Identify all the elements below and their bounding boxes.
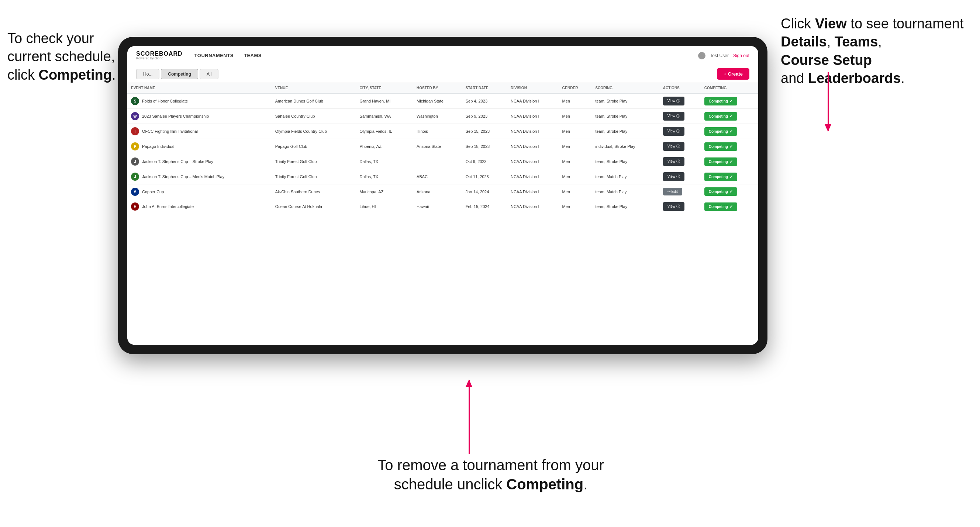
cell-actions: View ⓘ <box>659 139 701 154</box>
view-button[interactable]: View ⓘ <box>663 127 684 136</box>
cell-city-state: Dallas, TX <box>356 154 413 169</box>
tablet-screen: SCOREBOARD Powered by clippd TOURNAMENTS… <box>127 46 758 345</box>
team-logo: J <box>131 173 139 181</box>
cell-city-state: Dallas, TX <box>356 169 413 184</box>
cell-scoring: team, Stroke Play <box>592 93 659 109</box>
tab-home[interactable]: Ho... <box>136 69 159 79</box>
arrow-bottom-up <box>469 380 470 454</box>
create-button[interactable]: + Create <box>717 68 749 80</box>
annotation-bottom: To remove a tournament from your schedul… <box>350 456 631 494</box>
tab-competing[interactable]: Competing <box>161 69 198 79</box>
cell-hosted-by <box>413 154 462 169</box>
cell-event-name: H John A. Burns Intercollegiate <box>127 199 272 214</box>
view-button[interactable]: View ⓘ <box>663 172 684 181</box>
cell-hosted-by: Arizona <box>413 184 462 199</box>
view-button[interactable]: View ⓘ <box>663 97 684 105</box>
table-body: S Folds of Honor Collegiate American Dun… <box>127 93 758 214</box>
cell-gender: Men <box>558 169 592 184</box>
nav-right: Test User Sign out <box>698 52 749 59</box>
competing-button[interactable]: Competing <box>705 112 737 121</box>
view-button[interactable]: View ⓘ <box>663 202 684 211</box>
cell-gender: Men <box>558 109 592 124</box>
cell-start-date: Sep 4, 2023 <box>462 93 507 109</box>
cell-actions: View ⓘ <box>659 199 701 214</box>
event-name-text: John A. Burns Intercollegiate <box>142 204 194 209</box>
cell-division: NCAA Division I <box>507 154 558 169</box>
competing-button[interactable]: Competing <box>705 187 737 196</box>
annotation-line3: click <box>7 67 38 83</box>
cell-division: NCAA Division I <box>507 124 558 139</box>
logo-title: SCOREBOARD <box>136 51 183 57</box>
cell-venue: Papago Golf Club <box>272 139 356 154</box>
cell-hosted-by: Michigan State <box>413 93 462 109</box>
cell-gender: Men <box>558 199 592 214</box>
cell-scoring: team, Stroke Play <box>592 199 659 214</box>
team-logo: H <box>131 202 139 211</box>
nav-teams[interactable]: TEAMS <box>244 51 262 60</box>
cell-start-date: Jan 14, 2024 <box>462 184 507 199</box>
team-logo: S <box>131 97 139 105</box>
cell-division: NCAA Division I <box>507 139 558 154</box>
table-row: W 2023 Sahalee Players Championship Saha… <box>127 109 758 124</box>
sign-out-link[interactable]: Sign out <box>733 53 749 58</box>
cell-event-name: J Jackson T. Stephens Cup – Men's Match … <box>127 169 272 184</box>
tournaments-table: EVENT NAME VENUE CITY, STATE HOSTED BY S… <box>127 83 758 214</box>
cell-scoring: team, Match Play <box>592 184 659 199</box>
logo-sub: Powered by clippd <box>136 57 183 60</box>
cell-hosted-by: Washington <box>413 109 462 124</box>
event-name-text: Copper Cup <box>142 190 164 194</box>
competing-button[interactable]: Competing <box>705 202 737 211</box>
cell-venue: Ak-Chin Southern Dunes <box>272 184 356 199</box>
cell-start-date: Sep 18, 2023 <box>462 139 507 154</box>
competing-button[interactable]: Competing <box>705 157 737 166</box>
cell-gender: Men <box>558 93 592 109</box>
tab-all[interactable]: All <box>200 69 218 79</box>
cell-competing: Competing <box>701 124 758 139</box>
cell-city-state: Grand Haven, MI <box>356 93 413 109</box>
col-gender: GENDER <box>558 83 592 93</box>
col-start-date: START DATE <box>462 83 507 93</box>
col-competing: COMPETING <box>701 83 758 93</box>
cell-venue: Trinity Forest Golf Club <box>272 169 356 184</box>
nav-tournaments[interactable]: TOURNAMENTS <box>194 51 234 60</box>
team-logo: W <box>131 112 139 120</box>
cell-actions: View ⓘ <box>659 169 701 184</box>
cell-competing: Competing <box>701 169 758 184</box>
competing-button[interactable]: Competing <box>705 97 737 105</box>
view-button[interactable]: View ⓘ <box>663 157 684 166</box>
cell-hosted-by: Arizona State <box>413 139 462 154</box>
cell-event-name: W 2023 Sahalee Players Championship <box>127 109 272 124</box>
team-logo: P <box>131 142 139 151</box>
cell-competing: Competing <box>701 93 758 109</box>
filters-bar: Ho... Competing All + Create <box>127 65 758 83</box>
col-event-name: EVENT NAME <box>127 83 272 93</box>
cell-actions: View ⓘ <box>659 109 701 124</box>
event-name-text: OFCC Fighting Illini Invitational <box>142 129 198 133</box>
cell-city-state: Maricopa, AZ <box>356 184 413 199</box>
competing-button[interactable]: Competing <box>705 127 737 136</box>
cell-actions: View ⓘ <box>659 154 701 169</box>
table-row: H John A. Burns Intercollegiate Ocean Co… <box>127 199 758 214</box>
cell-actions: View ⓘ <box>659 93 701 109</box>
cell-scoring: team, Match Play <box>592 169 659 184</box>
event-name-text: Folds of Honor Collegiate <box>142 99 188 103</box>
view-button[interactable]: View ⓘ <box>663 142 684 151</box>
cell-city-state: Sammamish, WA <box>356 109 413 124</box>
cell-hosted-by: Hawaii <box>413 199 462 214</box>
cell-event-name: I OFCC Fighting Illini Invitational <box>127 124 272 139</box>
cell-hosted-by: Illinois <box>413 124 462 139</box>
edit-button[interactable]: ✏ Edit <box>663 188 682 195</box>
cell-division: NCAA Division I <box>507 109 558 124</box>
cell-competing: Competing <box>701 109 758 124</box>
cell-city-state: Lihue, HI <box>356 199 413 214</box>
cell-division: NCAA Division I <box>507 199 558 214</box>
view-button[interactable]: View ⓘ <box>663 112 684 121</box>
cell-event-name: S Folds of Honor Collegiate <box>127 93 272 109</box>
cell-competing: Competing <box>701 154 758 169</box>
competing-button[interactable]: Competing <box>705 173 737 181</box>
cell-start-date: Oct 11, 2023 <box>462 169 507 184</box>
tab-group: Ho... Competing All <box>136 69 218 79</box>
table-row: J Jackson T. Stephens Cup – Stroke Play … <box>127 154 758 169</box>
team-logo: J <box>131 157 139 165</box>
competing-button[interactable]: Competing <box>705 142 737 151</box>
